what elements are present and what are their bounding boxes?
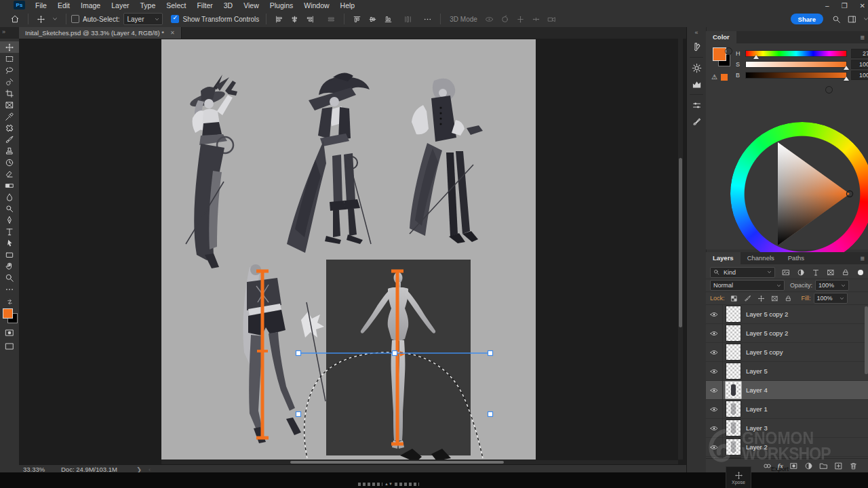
filter-kind-dropdown[interactable]: Kind <box>710 267 775 278</box>
layer-name[interactable]: Layer 5 copy 2 <box>746 329 788 337</box>
menu-plugins[interactable]: Plugins <box>264 0 298 11</box>
menu-3d[interactable]: 3D <box>218 0 238 11</box>
menu-layer[interactable]: Layer <box>106 0 134 11</box>
layer-thumbnail[interactable] <box>726 325 741 341</box>
delete-icon[interactable] <box>849 462 858 470</box>
layer-visibility-eye-icon[interactable] <box>706 419 723 437</box>
chevron-down-icon[interactable] <box>860 16 868 22</box>
swap-colors-icon[interactable] <box>1 296 18 307</box>
canvas[interactable] <box>161 39 536 460</box>
foreground-color-swatch[interactable] <box>713 47 726 61</box>
layer-row[interactable]: Layer 3 <box>706 419 868 438</box>
tab-channels[interactable]: Channels <box>741 252 781 264</box>
histogram-panel-icon[interactable] <box>687 76 706 92</box>
layer-visibility-eye-icon[interactable] <box>706 381 723 399</box>
minimize-button[interactable]: – <box>825 2 829 9</box>
slider-marker[interactable] <box>844 77 849 81</box>
layer-thumbnail[interactable] <box>726 344 741 360</box>
menu-help[interactable]: Help <box>335 0 361 11</box>
vertical-scrollbar-thumb[interactable] <box>679 158 682 327</box>
layer-thumbnail[interactable] <box>726 382 741 398</box>
layer-row[interactable]: Layer 2 <box>706 438 868 457</box>
auto-select-checkbox[interactable] <box>71 15 79 23</box>
layer-thumbnail[interactable] <box>726 439 741 455</box>
hand-tool[interactable] <box>0 260 19 272</box>
layer-thumbnail[interactable] <box>726 306 741 322</box>
layer-name[interactable]: Layer 4 <box>746 386 768 394</box>
player-scrubber-handle[interactable]: ▲▼ <box>358 482 419 486</box>
quick-mask-icon[interactable] <box>1 327 18 338</box>
menu-select[interactable]: Select <box>161 0 191 11</box>
lock-move-icon[interactable] <box>755 295 768 302</box>
s-slider-track[interactable] <box>745 61 847 68</box>
auto-select-target-dropdown[interactable]: Layer <box>123 13 163 25</box>
status-collapse-chevron[interactable]: ‹ <box>149 466 151 473</box>
opacity-dropdown[interactable]: 100% <box>815 280 849 291</box>
filter-image-icon[interactable] <box>779 268 793 277</box>
align-right-icon[interactable] <box>302 15 318 24</box>
layer-name[interactable]: Layer 2 <box>746 443 768 451</box>
lock-frame-icon[interactable] <box>768 295 781 302</box>
layer-visibility-eye-icon[interactable] <box>706 362 723 380</box>
swatches-panel-icon[interactable] <box>687 39 706 55</box>
show-transform-checkbox[interactable] <box>171 15 179 23</box>
layer-name[interactable]: Layer 5 copy <box>746 348 783 356</box>
brush-tool[interactable] <box>0 134 19 145</box>
layer-visibility-eye-icon[interactable] <box>706 438 723 456</box>
lock-lock-icon[interactable] <box>782 295 795 302</box>
pen-tool[interactable] <box>0 214 19 226</box>
more-tool[interactable] <box>0 283 19 295</box>
vertical-scrollbar[interactable] <box>678 39 683 460</box>
marquee-tool[interactable] <box>0 53 19 64</box>
path-select-tool[interactable] <box>0 237 19 249</box>
h-slider-track[interactable] <box>745 50 847 57</box>
xpose-plugin-button[interactable]: Xpose <box>726 466 751 488</box>
tab-color[interactable]: Color <box>706 31 736 43</box>
foreground-color-swatch[interactable] <box>3 308 13 319</box>
layer-visibility-eye-icon[interactable] <box>706 400 723 418</box>
gamut-color-swatch[interactable] <box>721 74 728 81</box>
brush-settings-panel-icon[interactable] <box>687 97 706 113</box>
clone-stamp-tool[interactable] <box>0 145 19 157</box>
distribute-vertical-icon[interactable] <box>400 15 416 24</box>
eyedropper-tool[interactable] <box>0 110 19 122</box>
h-value-field[interactable]: 27 <box>851 49 868 58</box>
tab-overflow-chevron[interactable]: » <box>2 28 5 35</box>
type-tool[interactable] <box>0 226 19 237</box>
align-middle-icon[interactable] <box>365 15 380 24</box>
menu-file[interactable]: File <box>30 0 52 11</box>
menu-edit[interactable]: Edit <box>52 0 75 11</box>
lasso-tool[interactable] <box>0 64 19 76</box>
layer-row[interactable]: Layer 5 copy 2 <box>706 324 868 343</box>
layer-visibility-eye-icon[interactable] <box>706 305 723 323</box>
healing-brush-tool[interactable] <box>0 122 19 134</box>
chevron-down-icon[interactable] <box>49 16 61 22</box>
screen-mode-icon[interactable] <box>1 341 18 352</box>
filter-adjustment-icon[interactable] <box>794 268 808 277</box>
layer-name[interactable]: Layer 5 <box>746 367 768 375</box>
align-top-icon[interactable] <box>349 15 365 24</box>
gamut-warning[interactable]: ⚠ <box>711 73 717 81</box>
b-slider-track[interactable] <box>745 72 847 79</box>
filter-frame-icon[interactable] <box>824 268 837 277</box>
layer-row[interactable]: Layer 1 <box>706 400 868 419</box>
blend-mode-dropdown[interactable]: Normal <box>710 280 785 291</box>
blur-tool[interactable] <box>0 191 19 203</box>
menu-filter[interactable]: Filter <box>191 0 218 11</box>
lock-brush-icon[interactable] <box>741 295 754 302</box>
gradient-tool[interactable] <box>0 180 19 191</box>
move-tool-preset-icon[interactable] <box>33 15 49 24</box>
layer-name[interactable]: Layer 1 <box>746 405 768 413</box>
menu-type[interactable]: Type <box>134 0 161 11</box>
layer-thumbnail[interactable] <box>726 401 741 417</box>
close-button[interactable]: ✕ <box>860 2 865 9</box>
zoom-level[interactable]: 33.33% <box>23 466 58 473</box>
status-expand-chevron[interactable]: ❯ <box>136 466 142 473</box>
hue-ring-marker-secondary[interactable] <box>725 47 732 55</box>
layer-visibility-eye-icon[interactable] <box>706 343 723 361</box>
group-icon[interactable] <box>819 462 828 470</box>
menu-image[interactable]: Image <box>75 0 106 11</box>
layer-row[interactable]: Layer 5 <box>706 362 868 381</box>
layer-thumbnail[interactable] <box>726 420 741 436</box>
more-options-icon[interactable] <box>420 15 435 24</box>
